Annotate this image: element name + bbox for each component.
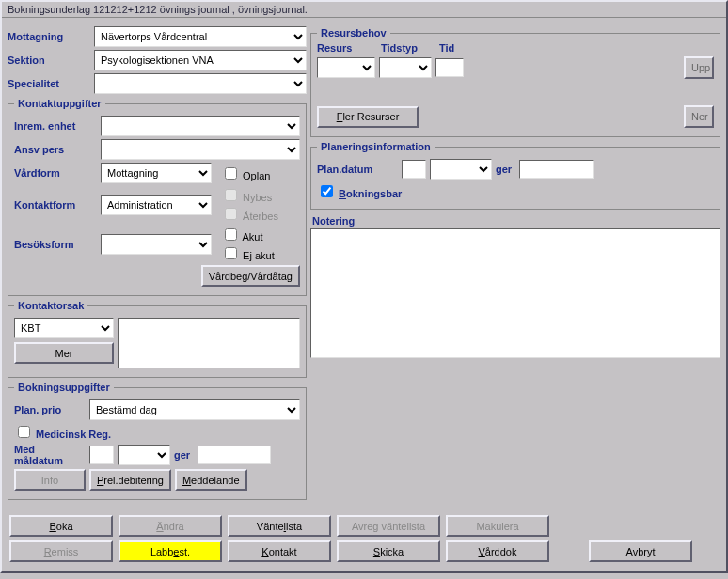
prel-debitering-button[interactable]: PPrel.debiteringrel.debitering: [89, 469, 171, 491]
med-maldatum-label: Med måldatum: [14, 444, 86, 466]
maldatum-unit-select[interactable]: [118, 445, 170, 465]
resursbehov-group: Resursbehov Resurs Tidstyp Tid Upp Fler …: [310, 27, 720, 137]
skicka-button[interactable]: SkickaSkicka: [337, 540, 440, 562]
vantelista-button[interactable]: VäntelistaVäntelista: [228, 515, 331, 537]
akut-label: Akut: [242, 231, 262, 243]
plan-prio-select[interactable]: Bestämd dag: [89, 399, 300, 420]
ger-output[interactable]: [198, 446, 271, 464]
bokningsuppgifter-group: Bokningsuppgifter Plan. prio Bestämd dag…: [8, 382, 307, 500]
kontaktorsak-select[interactable]: KBT: [14, 318, 114, 338]
mottagning-label: Mottagning: [8, 31, 90, 42]
inrem-enhet-select[interactable]: [101, 116, 300, 136]
sektion-label: Sektion: [8, 55, 90, 66]
besoksform-label: Besöksform: [14, 239, 97, 250]
kontakt-button[interactable]: KontaktKontakt: [228, 540, 331, 562]
plan-ger-output[interactable]: [519, 160, 594, 179]
resursbehov-legend: Resursbehov: [317, 27, 390, 39]
upp-button[interactable]: Upp: [684, 56, 714, 79]
notering-label: Notering: [312, 215, 720, 227]
resurs-select[interactable]: [317, 57, 375, 78]
nybes-checkbox: [225, 189, 237, 201]
andra-button[interactable]: ÄndraÄndra: [119, 515, 222, 537]
planeringsinformation-legend: Planeringsinformation: [317, 141, 435, 152]
kontaktuppgifter-group: Kontaktuppgifter Inrem. enhet Ansv pers …: [8, 98, 307, 296]
fler-resurser-button[interactable]: Fler ResurserFler Resurser: [317, 106, 419, 128]
specialitet-select[interactable]: [94, 73, 307, 94]
tidstyp-select[interactable]: [379, 57, 432, 78]
kontaktorsak-legend: Kontaktorsak: [14, 300, 87, 311]
med-maldatum-input[interactable]: [89, 446, 114, 464]
kontaktform-label: Kontaktform: [14, 199, 97, 211]
avbryt-button[interactable]: Avbryt: [589, 540, 692, 562]
plan-ger-label: ger: [496, 164, 512, 175]
plan-datum-select[interactable]: [430, 159, 492, 180]
tid-header: Tid: [439, 42, 467, 54]
nybes-label: Nybes: [243, 192, 272, 203]
kontaktform-select[interactable]: Administration: [101, 195, 212, 215]
boka-button[interactable]: BokaBoka: [9, 515, 113, 537]
inrem-enhet-label: Inrem. enhet: [14, 120, 97, 132]
window-title: Bokningsunderlag 121212+1212 övnings jou…: [2, 2, 726, 18]
vardform-select[interactable]: Mottagning: [101, 163, 212, 183]
tidstyp-header: Tidstyp: [381, 42, 434, 54]
specialitet-label: Specialitet: [8, 78, 90, 89]
oplan-checkbox[interactable]: [225, 167, 237, 180]
medicinsk-reg-checkbox[interactable]: [18, 426, 30, 438]
vardbeg-button[interactable]: Vårdbeg/Vårdåtag: [201, 265, 300, 287]
ansv-pers-label: Ansv pers: [14, 144, 97, 155]
ansv-pers-select[interactable]: [101, 139, 300, 160]
bokningsbar-checkbox[interactable]: [321, 185, 333, 197]
bokningsbar-label: BokningsbarBokningsbar: [339, 188, 402, 199]
oplan-label: Oplan: [243, 170, 270, 181]
ger-label: ger: [174, 449, 190, 461]
bokningsuppgifter-legend: Bokningsuppgifter: [14, 382, 114, 393]
remiss-button[interactable]: RemissRemiss: [9, 540, 113, 562]
aterbes-checkbox: [225, 208, 237, 220]
info-button[interactable]: Info: [14, 469, 86, 491]
plan-datum-input[interactable]: [402, 160, 426, 179]
medicinsk-reg-label: Medicinsk Reg.: [36, 429, 111, 440]
mer-button[interactable]: Mer: [14, 342, 114, 364]
plan-datum-label: Plan.datum: [317, 164, 398, 175]
mottagning-select[interactable]: Nävertorps Vårdcentral: [94, 26, 307, 47]
planeringsinformation-group: Planeringsinformation Plan.datum ger Bok…: [310, 141, 720, 210]
kontaktuppgifter-legend: Kontaktuppgifter: [14, 98, 105, 109]
ej-akut-checkbox[interactable]: [225, 247, 237, 259]
plan-prio-label: Plan. prio: [14, 404, 86, 415]
besoksform-select[interactable]: [101, 234, 212, 255]
ner-button[interactable]: Ner: [684, 105, 714, 128]
meddelande-button[interactable]: MeddelandeMeddelande: [175, 469, 247, 491]
aterbes-label: Återbes: [243, 211, 278, 222]
avreg-vantelista-button[interactable]: Avreg väntelista: [337, 515, 440, 537]
sektion-select[interactable]: Psykologisektionen VNA: [94, 50, 307, 70]
kontaktorsak-text[interactable]: [118, 318, 300, 368]
labbest-button[interactable]: Labbest.Labbest.: [119, 540, 222, 562]
vardform-label: Vårdform: [14, 167, 97, 179]
tid-input[interactable]: [435, 58, 464, 77]
notering-textarea[interactable]: [310, 228, 720, 358]
makulera-button[interactable]: Makulera: [446, 515, 549, 537]
akut-checkbox[interactable]: [225, 228, 237, 241]
varddok-button[interactable]: VårddokVårddok: [446, 540, 549, 562]
ej-akut-label: Ej akut: [243, 250, 275, 261]
resurs-header: Resurs: [317, 42, 375, 54]
kontaktorsak-group: Kontaktorsak KBT Mer: [8, 300, 307, 378]
